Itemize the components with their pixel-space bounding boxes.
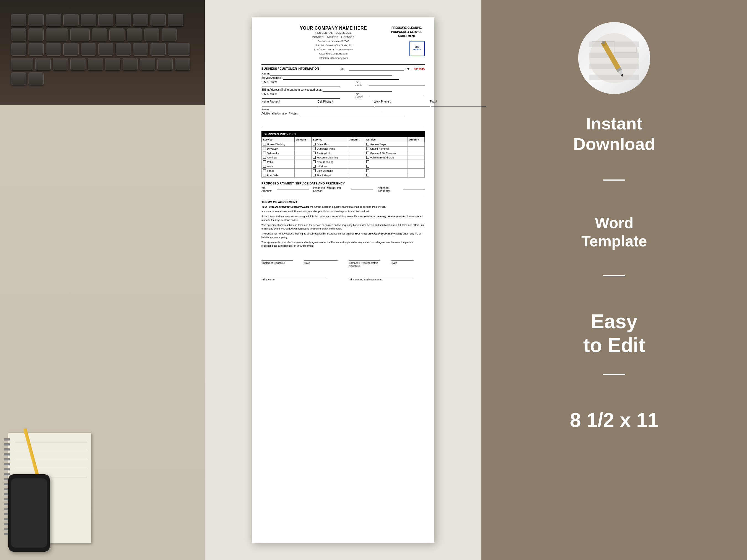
pen-illustration [589,33,639,83]
website: www.YourCompany.com [278,51,389,56]
company-date-block: Date [391,255,425,267]
payment-divider [261,196,425,196]
cell-phone-label: Cell Phone # [318,100,333,103]
print-name-block: Print Name [261,272,327,281]
fax-label: Fax # [430,100,437,103]
services-header: SERVICES PROVIDED [261,131,425,137]
document: YOUR COMPANY NAME HERE RESIDENTIAL – COM… [252,18,434,543]
print-name-business-block: Print Name / Business Name [349,272,414,281]
service-address-row: Service Address: [261,76,425,80]
bbb-logo: BBBMEMBER [410,41,425,56]
document-panel: YOUR COMPANY NAME HERE RESIDENTIAL – COM… [205,0,482,560]
header-divider [261,64,425,65]
payment-header: PROPOSED PAYMENT, SERVICE DATE AND FREQU… [261,182,425,185]
easy-edit-section: Easy to Edit [583,310,645,357]
customer-date-label: Date [304,261,337,264]
service-address-label: Service Address: [261,76,282,79]
table-row: Sidewalks Parking Lot Grease & Oil Remov… [262,151,425,155]
table-row: Awnings Masonry Cleaning Vehicle/Boat/Ai… [262,155,425,160]
billing-address-label: Billing Address (If different from servi… [261,88,322,91]
services-table: Service Amount Service Amount Service Am… [261,137,425,178]
proposed-freq-label: Proposed Frequency: [377,186,402,192]
email: Info@YourCompany.com [278,56,389,60]
number-value: 0012345 [414,68,425,71]
terms-header: TERMS OF AGREEMENT [261,201,425,204]
tagline1: RESIDENTIAL – COMMECIAL [278,31,389,35]
proposed-date-label: Proposed Date of First Service: [313,186,350,192]
pen-circle [578,22,650,94]
company-representative-signature-label: Company Representative Signature [349,261,380,267]
home-phone-label: Home Phone # [261,100,280,103]
col-amount-1: Amount [295,137,311,142]
divider-1 [603,180,625,181]
tagline2: BONDED – INSURED – LICENSED [278,35,389,39]
table-row: Pool Side Tile & Grout [262,173,425,177]
customer-date-block: Date [304,255,337,267]
billing-city-state-row: City & State: Zip Code: [261,92,425,99]
col-amount-3: Amount [408,137,425,142]
payment-row: Bid Amount: Proposed Date of First Servi… [261,186,425,192]
zip-code-label: Zip Code: [356,81,367,87]
name-row: Name: [261,72,425,76]
document-header: YOUR COMPANY NAME HERE RESIDENTIAL – COM… [261,26,425,60]
divider-3 [603,374,625,375]
terms-section: TERMS OF AGREEMENT Your Pressure Cleanin… [261,201,425,248]
company-name: YOUR COMPANY NAME HERE [278,26,389,31]
word-template-text: Word Template [581,214,647,250]
work-phone-label: Work Phone # [374,100,391,103]
services-section: SERVICES PROVIDED Service Amount Service… [261,131,425,178]
number-label: No. [407,68,411,71]
signature-row-2: Print Name Print Name / Business Name [261,272,425,281]
col-service-2: Service [311,137,348,142]
billing-city-state-label: City & State: [261,92,277,96]
company-rep-sig-block: Company Representative Signature [349,255,380,267]
billing-zip-label: Zip Code: [356,92,367,99]
instant-download-text: Instant Download [573,113,655,155]
proposal-title: PRESSURE CLEANING PROPOSAL & SERVICE AGR… [389,26,425,38]
right-panel: Instant Download Word Template Easy to E… [482,0,747,560]
address: 123 Main Street • City, State, Zip [278,43,389,47]
signature-row-1: Customer Signature Date Company Represen… [261,255,425,267]
payment-section: PROPOSED PAYMENT, SERVICE DATE AND FREQU… [261,182,425,192]
easy-edit-text: Easy to Edit [583,310,645,357]
word-template-section: Word Template [581,214,647,259]
table-row: Fence Sign Cleaning [262,168,425,173]
svg-rect-4 [589,75,639,80]
customer-info-divider [261,127,425,127]
customer-info-section: BUSINESS / CUSTOMER INFORMATION Date: No… [261,67,425,125]
terms-text: Your Pressure Cleaning Company Name will… [261,205,425,248]
company-date-label: Date [391,261,425,264]
divider-2 [603,275,625,276]
additional-info-row: Additional Information / Notes: [261,112,425,115]
customer-signature-label: Customer Signature [261,261,293,264]
col-service-3: Service [365,137,408,142]
size-label: 8 1/2 x 11 [570,408,659,432]
print-name-business-label: Print Name / Business Name [349,278,414,281]
customer-section-header: BUSINESS / CUSTOMER INFORMATION [261,67,319,70]
tagline3: Contractor License #12345 [278,39,389,43]
phone: (123) 456-7890 • (123) 456-7890 [278,47,389,51]
email-label: E-mail: [261,108,270,111]
phones-row: Home Phone # Cell Phone # Work Phone # F… [261,100,425,107]
name-label: Name: [261,72,269,75]
date-label: Date: [339,68,345,71]
customer-sig-block: Customer Signature [261,255,293,267]
email-row: E-mail: [261,108,425,111]
table-row: Patio Roof Cleaning [262,160,425,164]
left-background-panel [0,0,205,560]
col-amount-2: Amount [348,137,365,142]
company-info: YOUR COMPANY NAME HERE RESIDENTIAL – COM… [278,26,389,60]
table-row: House Washing Drive Thru Grease Traps [262,142,425,146]
table-row: Driveway Dumpster Pads Graffiti Removal [262,146,425,151]
additional-info-label: Additional Information / Notes: [261,112,299,115]
city-state-label: City & State: [261,80,277,83]
city-state-row: City & State: Zip Code: [261,80,425,87]
instant-download-section: Instant Download [573,113,655,163]
billing-address-row: Billing Address (If different from servi… [261,88,425,91]
size-section: 8 1/2 x 11 [570,408,659,432]
col-service-1: Service [262,137,295,142]
table-row: Deck Windows [262,164,425,168]
print-name-label: Print Name [261,278,327,281]
bid-amount-label: Bid Amount: [261,186,276,192]
signature-section: Customer Signature Date Company Represen… [261,255,425,281]
